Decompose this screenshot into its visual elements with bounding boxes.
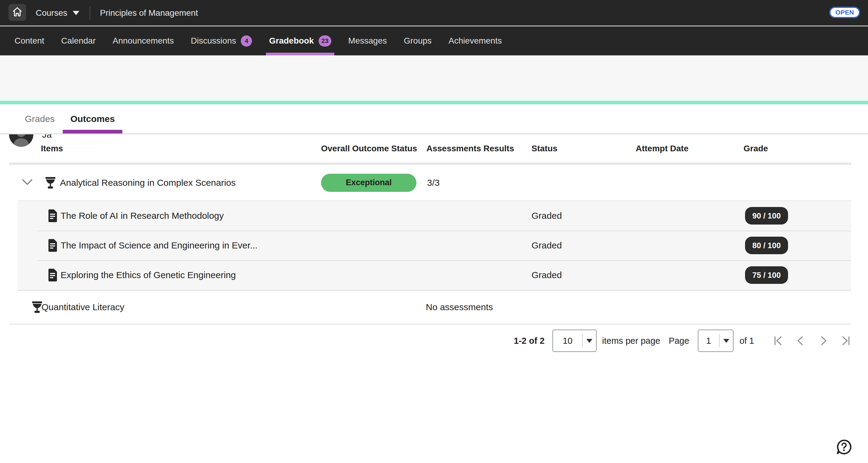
tab-outcomes[interactable]: Outcomes (63, 104, 122, 133)
table-header-row: Items Overall Outcome Status Assessments… (9, 134, 851, 163)
assessment-status: Graded (531, 260, 562, 290)
nav-item-label: Calendar (61, 36, 96, 46)
header-separator (9, 163, 851, 165)
page-label: Page (669, 336, 689, 346)
overall-status-pill: Exceptional (321, 174, 416, 192)
accent-strip (0, 101, 868, 104)
assessment-row: The Impact of Science and Engineering in… (18, 231, 851, 260)
assessment-status: Graded (531, 201, 562, 231)
assessment-title: The Role of AI in Research Methodology (61, 201, 224, 231)
student-header: Jax (0, 55, 868, 101)
assessment-row: Exploring the Ethics of Genetic Engineer… (18, 260, 851, 290)
course-title: Principles of Management (100, 0, 198, 26)
grade-pill: 75 / 100 (745, 266, 788, 284)
gradebook-outcomes-page: Courses Principles of Management OPEN Co… (0, 0, 868, 463)
nav-item-calendar[interactable]: Calendar (61, 26, 96, 55)
help-button[interactable] (835, 438, 853, 456)
home-icon (12, 6, 23, 19)
courses-menu[interactable]: Courses (36, 0, 79, 26)
nav-item-label: Announcements (113, 36, 174, 46)
nav-item-gradebook[interactable]: Gradebook 23 (269, 26, 331, 55)
page-number-select[interactable]: 1 (698, 330, 734, 352)
next-page-icon[interactable] (818, 335, 829, 346)
col-header-attempt-date: Attempt Date (636, 134, 688, 163)
nav-item-announcements[interactable]: Announcements (113, 26, 174, 55)
outcome-row-analytical-reasoning: Analytical Reasoning in Complex Scenario… (9, 165, 851, 200)
nav-item-achievements[interactable]: Achievements (448, 26, 502, 55)
outcome-title: Analytical Reasoning in Complex Scenario… (60, 165, 236, 200)
document-icon (47, 231, 58, 260)
assessment-row: The Role of AI in Research Methodology G… (18, 201, 851, 231)
home-button[interactable] (8, 4, 26, 21)
first-page-icon[interactable] (773, 335, 784, 346)
pagination-bar: 1-2 of 2 10 items per page Page 1 of 1 (9, 329, 851, 352)
top-bar: Courses Principles of Management OPEN (0, 0, 868, 26)
gradebook-count-badge: 23 (319, 35, 331, 46)
pagination-arrows (773, 335, 851, 346)
outcome-title: Quantitative Literacy (41, 291, 124, 324)
tab-label: Outcomes (70, 114, 115, 124)
outcome-row-quantitative-literacy: Quantitative Literacy No assessments (9, 291, 851, 324)
col-header-grade: Grade (744, 134, 768, 163)
course-nav: Content Calendar Announcements Discussio… (0, 26, 868, 55)
assessments-results: 3/3 (427, 165, 440, 200)
assessments-group: The Role of AI in Research Methodology G… (18, 200, 851, 291)
chevron-down-icon (583, 339, 596, 343)
previous-page-icon[interactable] (795, 335, 806, 346)
nav-item-discussions[interactable]: Discussions 4 (191, 26, 252, 55)
nav-item-label: Gradebook (269, 36, 314, 46)
open-badge-label: OPEN (835, 9, 854, 16)
outcome-goal-icon (45, 165, 56, 200)
assessment-status: Graded (531, 231, 562, 260)
chevron-down-icon (720, 339, 733, 343)
pagination-range: 1-2 of 2 (514, 336, 545, 346)
nav-item-label: Messages (348, 36, 387, 46)
grade-pill: 80 / 100 (745, 237, 788, 254)
outcomes-table: Items Overall Outcome Status Assessments… (9, 134, 851, 352)
outcome-goal-icon (31, 291, 43, 324)
page-number-value: 1 (699, 336, 719, 346)
items-per-page-label: items per page (602, 336, 660, 346)
help-icon (835, 452, 853, 457)
page-total-label: of 1 (740, 336, 754, 346)
nav-item-label: Content (14, 36, 44, 46)
tab-label: Grades (25, 114, 55, 124)
document-icon (47, 260, 58, 290)
nav-item-label: Achievements (448, 36, 502, 46)
gradebook-tabs: Grades Outcomes (0, 104, 868, 134)
course-nav-list: Content Calendar Announcements Discussio… (0, 26, 868, 55)
nav-item-groups[interactable]: Groups (404, 26, 432, 55)
assessments-results: No assessments (426, 291, 493, 324)
items-per-page-value: 10 (553, 336, 582, 346)
nav-item-messages[interactable]: Messages (348, 26, 387, 55)
collapse-row-button[interactable] (22, 165, 33, 200)
grade-pill: 90 / 100 (745, 207, 788, 225)
tab-grades[interactable]: Grades (25, 104, 55, 133)
nav-item-label: Groups (404, 36, 432, 46)
topbar-divider (90, 6, 90, 20)
course-open-badge: OPEN (829, 7, 860, 18)
nav-item-label: Discussions (191, 36, 236, 46)
col-header-status: Status (531, 134, 558, 163)
courses-menu-label: Courses (36, 8, 67, 18)
chevron-down-icon (73, 11, 79, 15)
chevron-down-icon (22, 179, 33, 187)
col-header-overall-status: Overall Outcome Status (321, 134, 417, 163)
col-header-items: Items (41, 134, 63, 163)
assessment-title: The Impact of Science and Engineering in… (61, 231, 257, 260)
col-header-results: Assessments Results (427, 134, 514, 163)
discussions-count-badge: 4 (241, 35, 252, 46)
document-icon (47, 201, 58, 231)
nav-item-content[interactable]: Content (14, 26, 44, 55)
items-per-page-select[interactable]: 10 (552, 330, 597, 352)
last-page-icon[interactable] (840, 335, 851, 346)
assessment-title: Exploring the Ethics of Genetic Engineer… (61, 260, 236, 290)
